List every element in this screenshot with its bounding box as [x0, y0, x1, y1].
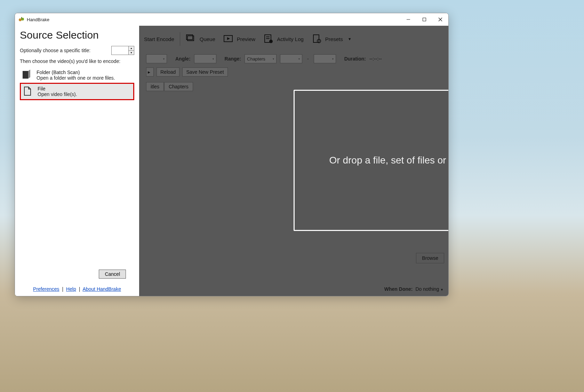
when-done-label: When Done:	[384, 286, 413, 292]
chevron-down-icon: ▼	[348, 37, 352, 41]
title-spinner[interactable]: ▲ ▼	[111, 46, 134, 55]
when-done-value[interactable]: Do nothing ▼	[415, 286, 443, 292]
sep: |	[79, 286, 80, 292]
source-selection-heading: Source Selection	[20, 29, 134, 41]
folder-option-title: Folder (Batch Scan)	[37, 70, 115, 75]
spinner-up-icon[interactable]: ▲	[129, 46, 134, 51]
angle-combo[interactable]: ▾	[194, 54, 216, 63]
svg-point-0	[19, 18, 22, 21]
svg-rect-2	[21, 17, 22, 19]
partial-combo[interactable]: ▾	[146, 54, 167, 63]
source-params-row: ▾ Angle: ▾ Range: Chapters▾ ▾ - ▾ Durati…	[139, 52, 448, 65]
folder-icon	[21, 70, 32, 80]
svg-rect-4	[423, 18, 426, 21]
dropzone[interactable]: Or drop a file, set of files or folder h…	[294, 90, 448, 231]
activity-log-icon	[263, 33, 273, 45]
start-encode-button[interactable]: Start Encode	[141, 35, 178, 43]
file-icon	[22, 86, 33, 96]
app-window: HandBrake Source Selection Optionally ch…	[15, 13, 449, 296]
start-encode-label: Start Encode	[144, 36, 174, 42]
file-option[interactable]: File Open video file(s).	[20, 83, 134, 100]
presets-icon	[311, 33, 322, 45]
svg-rect-16	[313, 35, 319, 42]
preferences-link[interactable]: Preferences	[33, 286, 59, 292]
close-button[interactable]	[432, 13, 448, 26]
angle-label: Angle:	[175, 56, 191, 62]
dropzone-text: Or drop a file, set of files or folder h…	[329, 155, 448, 166]
about-link[interactable]: About HandBrake	[82, 286, 121, 292]
toolbar: Start Encode Queue Preview	[139, 26, 448, 52]
sep: |	[62, 286, 63, 292]
spinner-down-icon[interactable]: ▼	[129, 51, 134, 55]
duration-value: --:--:--	[369, 56, 382, 62]
title-row: Optionally choose a specific title: ▲ ▼	[20, 46, 134, 55]
app-icon	[18, 16, 25, 23]
client-area: Source Selection Optionally choose a spe…	[15, 26, 448, 296]
preview-button[interactable]: Preview	[219, 32, 259, 46]
queue-button[interactable]: Queue	[182, 32, 219, 46]
source-selection-panel: Source Selection Optionally choose a spe…	[15, 26, 139, 296]
main-area-dimmed: Start Encode Queue Preview	[139, 26, 448, 296]
range-end-combo[interactable]: ▾	[314, 54, 336, 63]
presets-button[interactable]: Presets ▼	[308, 32, 355, 46]
range-dash: -	[306, 56, 310, 62]
titlebar: HandBrake	[15, 13, 448, 26]
range-start-combo[interactable]: ▾	[280, 54, 302, 63]
footer-links: Preferences | Help | About HandBrake	[20, 286, 134, 292]
cancel-button[interactable]: Cancel	[99, 270, 126, 279]
help-link[interactable]: Help	[66, 286, 76, 292]
preview-icon	[223, 33, 233, 45]
tab-chapters[interactable]: Chapters	[164, 82, 193, 91]
queue-label: Queue	[200, 36, 215, 42]
output-row: Browse	[146, 251, 444, 265]
title-label: Optionally choose a specific title:	[20, 48, 90, 53]
browse-button[interactable]: Browse	[416, 253, 444, 263]
svg-point-15	[269, 40, 273, 43]
reload-button[interactable]: Reload	[157, 67, 179, 77]
folder-option[interactable]: Folder (Batch Scan) Open a folder with o…	[20, 67, 134, 83]
range-mode-combo[interactable]: Chapters▾	[245, 54, 277, 63]
spinner-arrows: ▲ ▼	[128, 46, 134, 55]
chevron-down-icon: ▼	[440, 288, 443, 291]
tab-titles[interactable]: itles	[146, 82, 164, 91]
toolbar-separator	[180, 32, 180, 46]
title-input[interactable]	[112, 46, 128, 55]
maximize-button[interactable]	[416, 13, 432, 26]
minimize-button[interactable]	[400, 13, 416, 26]
queue-icon	[186, 33, 196, 45]
activity-log-label: Activity Log	[277, 36, 304, 42]
folder-option-desc: Open a folder with one or more files.	[37, 75, 115, 81]
activity-log-button[interactable]: Activity Log	[259, 32, 307, 46]
range-label: Range:	[225, 56, 241, 62]
file-option-desc: Open video file(s).	[38, 91, 77, 97]
encode-msg: Then choose the video(s) you'd like to e…	[20, 58, 134, 64]
when-done-row: When Done: Do nothing ▼	[384, 286, 443, 292]
duration-label: Duration:	[344, 56, 366, 62]
preview-label: Preview	[237, 36, 255, 42]
preset-row: ▸ Reload Save New Preset	[139, 65, 448, 79]
window-title: HandBrake	[27, 17, 49, 22]
svg-marker-11	[227, 37, 230, 40]
svg-rect-7	[23, 71, 28, 79]
save-preset-button[interactable]: Save New Preset	[182, 67, 227, 77]
preset-nav-button[interactable]: ▸	[146, 67, 154, 77]
window-controls	[400, 13, 448, 26]
presets-label: Presets	[325, 36, 343, 42]
file-option-title: File	[38, 86, 77, 91]
